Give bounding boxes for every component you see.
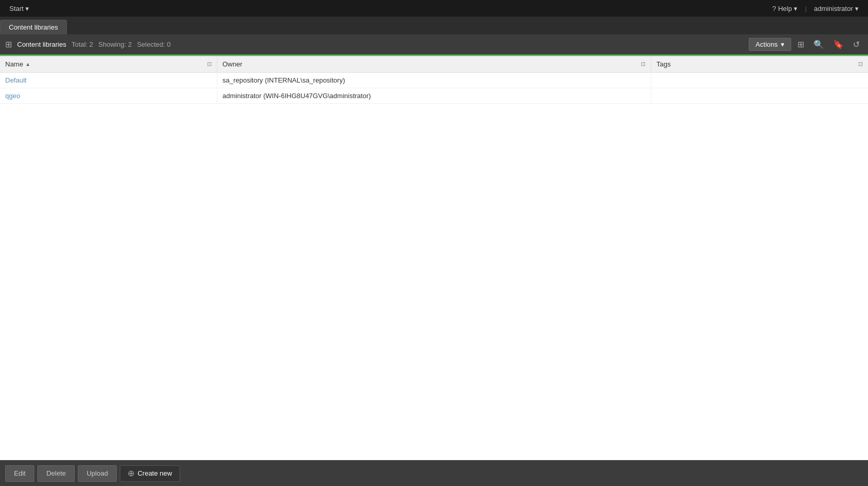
cell-name: Default: [0, 73, 217, 88]
columns-icon: ⊞: [797, 39, 804, 49]
search-button[interactable]: 🔍: [810, 37, 827, 51]
help-chevron: ▾: [794, 5, 797, 12]
tab-content-libraries[interactable]: Content libraries: [0, 20, 67, 34]
admin-button[interactable]: administrator ▾: [810, 3, 863, 15]
col-tags-filter-icon[interactable]: ⊡: [858, 61, 863, 68]
create-label: Create new: [137, 469, 172, 477]
admin-chevron: ▾: [855, 5, 859, 12]
toolbar-showing: Showing: 2: [99, 40, 132, 48]
row-name-link[interactable]: qgeo: [5, 92, 20, 100]
bookmark-icon: 🔖: [833, 39, 844, 49]
upload-button[interactable]: Upload: [78, 465, 117, 482]
col-tags-label: Tags: [656, 60, 670, 68]
divider: |: [805, 5, 806, 12]
delete-button[interactable]: Delete: [37, 465, 75, 482]
top-bar: Start ▾ ? Help ▾ | administrator ▾: [0, 0, 868, 17]
help-icon: ?: [772, 5, 776, 12]
toolbar-selected: Selected: 0: [137, 40, 171, 48]
tab-bar: Content libraries: [0, 17, 868, 34]
create-new-button[interactable]: ⊕ Create new: [120, 465, 180, 482]
column-header-owner: Owner ⊡: [217, 56, 651, 73]
cell-tags: [651, 88, 868, 104]
admin-label: administrator: [814, 5, 853, 12]
cell-owner: administrator (WIN-6IHG8U47GVG\administr…: [217, 88, 651, 104]
content-libraries-table: Name ▲ ⊡ Owner ⊡ Tags ⊡: [0, 56, 868, 104]
table-container: Name ▲ ⊡ Owner ⊡ Tags ⊡: [0, 56, 868, 460]
cell-name: qgeo: [0, 88, 217, 104]
refresh-button[interactable]: ↺: [850, 37, 863, 51]
actions-label: Actions: [755, 40, 778, 48]
table-row: qgeoadministrator (WIN-6IHG8U47GVG\admin…: [0, 88, 868, 104]
actions-chevron: ▾: [781, 40, 784, 48]
toolbar-total: Total: 2: [72, 40, 93, 48]
col-owner-label: Owner: [223, 60, 242, 68]
create-icon: ⊕: [128, 468, 134, 478]
toolbar-title: Content libraries: [17, 40, 66, 48]
column-header-tags: Tags ⊡: [651, 56, 868, 73]
sort-ascending-icon: ▲: [25, 61, 31, 67]
toolbar: ⊞ Content libraries Total: 2 Showing: 2 …: [0, 34, 868, 56]
upload-label: Upload: [87, 469, 108, 477]
search-icon: 🔍: [814, 39, 824, 49]
table-row: Defaultsa_repository (INTERNAL\sa_reposi…: [0, 73, 868, 88]
cell-owner: sa_repository (INTERNAL\sa_repository): [217, 73, 651, 88]
columns-button[interactable]: ⊞: [794, 37, 807, 51]
cell-tags: [651, 73, 868, 88]
col-name-filter-icon[interactable]: ⊡: [207, 61, 212, 68]
edit-button[interactable]: Edit: [5, 465, 34, 482]
row-name-link[interactable]: Default: [5, 76, 26, 84]
bookmark-button[interactable]: 🔖: [830, 37, 847, 51]
edit-label: Edit: [14, 469, 25, 477]
col-name-label: Name: [5, 60, 23, 68]
help-button[interactable]: ? Help ▾: [768, 3, 802, 15]
actions-button[interactable]: Actions ▾: [749, 38, 791, 51]
table-header-row: Name ▲ ⊡ Owner ⊡ Tags ⊡: [0, 56, 868, 73]
tab-label: Content libraries: [9, 23, 58, 31]
content-libraries-icon: ⊞: [5, 39, 12, 49]
start-label: Start: [9, 5, 23, 12]
help-label: Help: [778, 5, 792, 12]
column-header-name: Name ▲ ⊡: [0, 56, 217, 73]
start-button[interactable]: Start ▾: [5, 3, 33, 15]
start-chevron: ▾: [25, 5, 29, 12]
refresh-icon: ↺: [853, 39, 860, 49]
col-owner-filter-icon[interactable]: ⊡: [641, 61, 645, 68]
delete-label: Delete: [46, 469, 66, 477]
bottom-bar: Edit Delete Upload ⊕ Create new: [0, 460, 868, 486]
